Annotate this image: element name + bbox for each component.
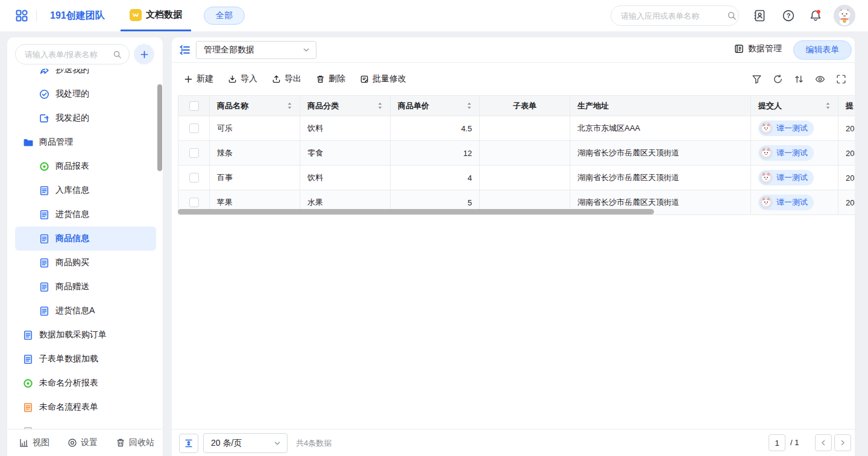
cell-price: 12 <box>391 141 480 166</box>
table-header-row: 商品名称 商品分类 商品单价 子表单 生产地址 提交人 提 <box>178 96 855 116</box>
cell-subform <box>480 166 570 190</box>
table-row[interactable]: 百事 饮料 4 湖南省长沙市岳麓区天顶街道 谭一测试 20 <box>178 166 855 190</box>
team-name[interactable]: 191创建团队 <box>50 10 105 22</box>
row-checkbox[interactable] <box>189 173 199 183</box>
sort-caret-icon[interactable] <box>287 102 292 110</box>
submitter-pill[interactable]: 谭一测试 <box>758 195 814 210</box>
flow-form-icon <box>23 402 33 413</box>
submitter-pill[interactable]: 谭一测试 <box>758 120 814 136</box>
sidebar-item-product-report[interactable]: 商品报表 <box>15 154 156 178</box>
submitter-pill[interactable]: 谭一测试 <box>758 170 814 186</box>
fullscreen-icon[interactable] <box>836 74 846 84</box>
horizontal-scrollbar-thumb[interactable] <box>178 209 654 214</box>
tab-label: 文档数据 <box>146 9 182 20</box>
notification-bell-icon[interactable] <box>809 9 822 22</box>
views-button[interactable]: 视图 <box>19 437 49 448</box>
sidebar-item-label: 商品信息 <box>55 233 89 244</box>
sort-icon[interactable] <box>794 74 804 84</box>
prev-page-button[interactable] <box>815 434 832 451</box>
sidebar-item-unnamed-flow-form[interactable]: 未命名流程表单 <box>15 395 156 419</box>
sort-caret-icon[interactable] <box>825 102 831 110</box>
submitter-name: 谭一测试 <box>776 172 808 183</box>
delete-label: 删除 <box>329 73 345 84</box>
global-search[interactable] <box>611 5 739 26</box>
add-form-button[interactable] <box>134 44 154 64</box>
recycle-bin-button[interactable]: 回收站 <box>116 437 154 448</box>
form-doc-icon <box>39 210 49 220</box>
col-header-name[interactable]: 商品名称 <box>210 96 300 116</box>
recycle-label: 回收站 <box>129 437 154 448</box>
batch-edit-button[interactable]: 批量修改 <box>360 73 406 84</box>
export-button[interactable]: 导出 <box>272 73 301 84</box>
sort-caret-icon[interactable] <box>467 102 472 110</box>
sidebar-folder-product-mgmt[interactable]: 商品管理 <box>15 130 156 154</box>
collapse-sidebar-icon[interactable] <box>179 44 191 56</box>
folder-icon <box>23 137 33 148</box>
cell-address: 湖南省长沙市岳麓区天顶街道 <box>570 166 751 190</box>
submitter-avatar <box>760 146 773 160</box>
col-header-submitter[interactable]: 提交人 <box>751 96 838 116</box>
submitter-pill[interactable]: 谭一测试 <box>758 145 814 161</box>
data-scope-select[interactable]: 管理全部数据 <box>196 41 316 59</box>
refresh-icon[interactable] <box>773 74 783 84</box>
sidebar-item-product-info-selected[interactable]: 商品信息 <box>15 226 156 251</box>
contacts-icon[interactable] <box>753 9 766 22</box>
delete-button[interactable]: 删除 <box>316 73 345 84</box>
col-header-price[interactable]: 商品单价 <box>391 96 480 116</box>
col-header-time-clipped[interactable]: 提 <box>838 96 855 116</box>
form-search[interactable] <box>15 44 130 64</box>
row-checkbox[interactable] <box>189 148 199 158</box>
sort-caret-icon[interactable] <box>377 102 383 110</box>
select-all-checkbox[interactable] <box>189 101 199 111</box>
row-height-button[interactable] <box>179 434 198 453</box>
table-row[interactable]: 辣条 零食 12 湖南省长沙市岳麓区天顶街道 谭一测试 20 <box>178 141 855 166</box>
sidebar-item-data-load-order[interactable]: 数据加载采购订单 <box>15 323 156 347</box>
sidebar-item-partial[interactable] <box>15 419 156 429</box>
form-search-input[interactable] <box>25 50 113 59</box>
import-button[interactable]: 导入 <box>228 73 257 84</box>
data-manage-button[interactable]: 数据管理 <box>734 43 782 54</box>
sidebar-item-unnamed-report[interactable]: 未命名分析报表 <box>15 371 156 395</box>
col-header-category[interactable]: 商品分类 <box>300 96 391 116</box>
sidebar-item-my-initiated[interactable]: 我发起的 <box>15 106 156 130</box>
row-checkbox[interactable] <box>189 198 199 207</box>
apps-grid-icon[interactable] <box>15 9 28 22</box>
check-circle-icon <box>39 89 49 99</box>
sidebar-item-inbound-info[interactable]: 入库信息 <box>15 178 156 202</box>
edit-form-button[interactable]: 编辑表单 <box>793 40 852 60</box>
settings-button[interactable]: 设置 <box>68 437 98 448</box>
create-label: 新建 <box>197 73 213 84</box>
export-label: 导出 <box>285 73 301 84</box>
current-page-box[interactable]: 1 <box>769 434 785 451</box>
page-size-select[interactable]: 20 条/页 <box>203 433 288 453</box>
sidebar-item-cc-me[interactable]: 抄送我的 <box>15 69 156 82</box>
sidebar-item-product-gift[interactable]: 商品赠送 <box>15 275 156 299</box>
help-icon[interactable]: ? <box>782 9 795 22</box>
table-row[interactable]: 可乐 饮料 4.5 北京市东城区AAA 谭一测试 20 <box>178 116 855 141</box>
eye-icon[interactable] <box>815 74 825 84</box>
main-panel: 管理全部数据 数据管理 编辑表单 新建 导入 导出 删除 <box>172 37 855 456</box>
sidebar-item-label: 入库信息 <box>55 185 89 196</box>
forward-icon <box>39 69 49 75</box>
cell-price: 4.5 <box>391 116 480 141</box>
next-page-button[interactable] <box>834 434 851 451</box>
tab-doc-data[interactable]: 文档数据 <box>121 0 191 31</box>
create-record-button[interactable]: 新建 <box>184 73 213 84</box>
avatar[interactable] <box>834 5 855 27</box>
cell-category: 饮料 <box>300 116 391 141</box>
sidebar-scrollbar-thumb[interactable] <box>157 84 162 171</box>
sidebar-item-subform-data-load[interactable]: 子表单数据加载 <box>15 347 156 371</box>
submitter-name: 谭一测试 <box>776 197 808 208</box>
sidebar-item-purchase-info-a[interactable]: 进货信息A <box>15 299 156 323</box>
col-header-subform[interactable]: 子表单 <box>480 96 570 116</box>
sidebar-item-my-todo[interactable]: 我处理的 <box>15 82 156 106</box>
form-doc-icon <box>39 306 49 316</box>
row-checkbox[interactable] <box>189 123 199 133</box>
divider <box>36 10 37 21</box>
sidebar-item-product-buy[interactable]: 商品购买 <box>15 251 156 275</box>
col-header-address[interactable]: 生产地址 <box>570 96 751 116</box>
sidebar-item-purchase-info[interactable]: 进货信息 <box>15 202 156 226</box>
global-search-input[interactable] <box>621 11 727 20</box>
filter-icon[interactable] <box>752 74 762 84</box>
filter-all-pill[interactable]: 全部 <box>204 7 245 25</box>
